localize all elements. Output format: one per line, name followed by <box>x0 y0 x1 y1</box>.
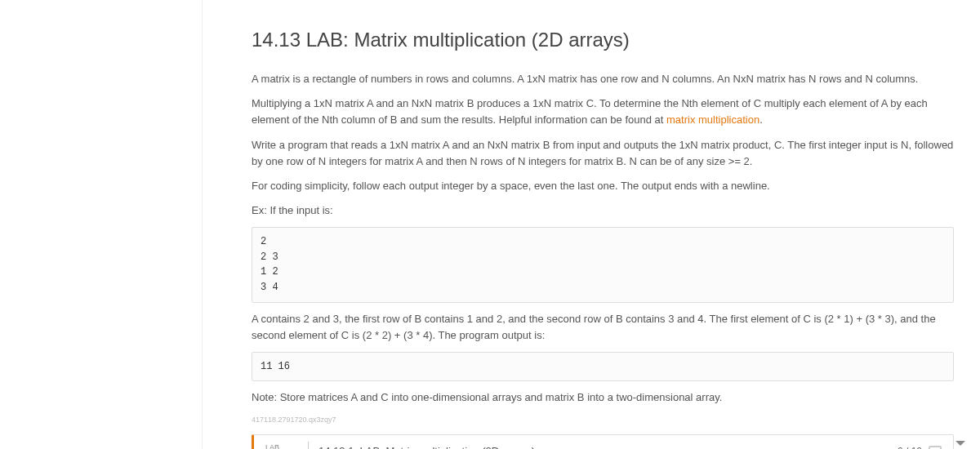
intro-paragraph-3: Write a program that reads a 1xN matrix … <box>252 137 954 170</box>
p2-text-b: . <box>760 113 763 126</box>
matrix-multiplication-link[interactable]: matrix multiplication <box>666 113 760 126</box>
activity-label: LAB ACTIVITY <box>265 444 305 449</box>
lab-activity-card: LAB ACTIVITY 14.13.1: LAB: Matrix multip… <box>252 434 954 450</box>
intro-paragraph-1: A matrix is a rectangle of numbers in ro… <box>252 71 954 87</box>
activity-score: 0 / 10 <box>898 444 922 449</box>
example-output-box: 11 16 <box>252 352 954 382</box>
explanation-paragraph: A contains 2 and 3, the first row of B c… <box>252 311 954 344</box>
activity-label-top: LAB <box>265 444 305 449</box>
intro-paragraph-5: Ex: If the input is: <box>252 202 954 219</box>
activity-header: LAB ACTIVITY 14.13.1: LAB: Matrix multip… <box>254 435 953 450</box>
p2-text-a: Multiplying a 1xN matrix A and an NxN ma… <box>252 97 928 126</box>
example-input-box: 2 2 3 1 2 3 4 <box>252 227 954 302</box>
scroll-down-icon[interactable] <box>956 441 965 446</box>
page-title: 14.13 LAB: Matrix multiplication (2D arr… <box>252 24 954 55</box>
main-content: 14.13 LAB: Matrix multiplication (2D arr… <box>235 0 970 449</box>
intro-paragraph-4: For coding simplicity, follow each outpu… <box>252 178 954 194</box>
activity-title: 14.13.1: LAB: Matrix multiplication (2D … <box>318 443 898 449</box>
intro-paragraph-2: Multiplying a 1xN matrix A and an NxN ma… <box>252 96 954 128</box>
hash-text: 417118.2791720.qx3zqy7 <box>252 415 954 426</box>
score-checkbox-icon <box>929 446 942 450</box>
activity-divider <box>308 442 309 450</box>
note-paragraph: Note: Store matrices A and C into one-di… <box>252 389 954 406</box>
